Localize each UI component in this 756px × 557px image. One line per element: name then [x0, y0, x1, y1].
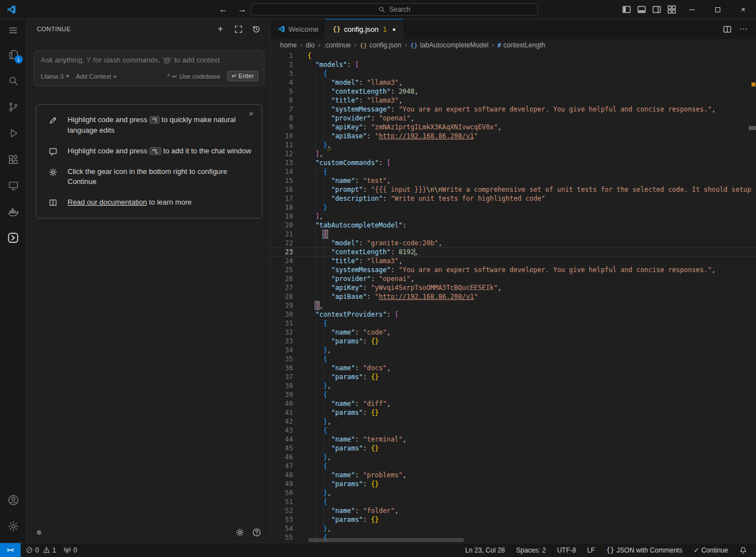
breadcrumb-item[interactable]: {}config.json — [360, 41, 402, 49]
code-line[interactable]: 41 "params": {} — [271, 408, 756, 417]
ports-status[interactable]: 0 — [60, 543, 81, 557]
code-line[interactable]: 14 { — [271, 167, 756, 176]
code-line[interactable]: 44 "name": "terminal", — [271, 435, 756, 444]
menu-icon[interactable] — [0, 19, 27, 41]
code-line[interactable]: 5 "contextLength": 2048, — [271, 87, 756, 96]
model-selector[interactable]: Llama 3 — [41, 73, 69, 80]
enter-button[interactable]: ↵ Enter — [227, 71, 258, 81]
code-line[interactable]: 1{ — [271, 51, 756, 60]
cursor-position[interactable]: Ln 23, Col 28 — [462, 543, 508, 557]
code-line[interactable]: 24 "title": "llama3", — [271, 256, 756, 265]
code-line[interactable]: 20 "tabAutocompleteModel": — [271, 221, 756, 230]
add-context-button[interactable]: Add Context + — [76, 73, 117, 80]
code-line[interactable]: 39 { — [271, 390, 756, 399]
code-line[interactable]: 15 "name": "test", — [271, 176, 756, 185]
sidebar-item-search[interactable] — [0, 67, 27, 94]
more-actions-icon[interactable]: ⋯ — [739, 24, 748, 34]
settings-gear-icon[interactable] — [0, 513, 27, 539]
remote-indicator[interactable]: >< — [0, 543, 21, 557]
code-line[interactable]: 12 ], — [271, 149, 756, 158]
code-line[interactable]: 10 "apiBase": "http://192.168.86.208/v1" — [271, 132, 756, 141]
breadcrumb-item[interactable]: dio — [306, 41, 315, 49]
code-line[interactable]: 22 "model": "granite-code:20b", — [271, 239, 756, 248]
code-line[interactable]: 21 { — [271, 230, 756, 239]
code-line[interactable]: 26 "provider": "openai", — [271, 274, 756, 283]
tab-config-json[interactable]: {} config.json 1 ● — [326, 19, 403, 39]
horizontal-scrollbar[interactable] — [309, 538, 464, 542]
code-line[interactable]: 47 { — [271, 462, 756, 471]
documentation-link[interactable]: Read our documentation — [68, 198, 147, 206]
code-line[interactable]: 33 "params": {} — [271, 337, 756, 346]
minimize-button[interactable] — [679, 0, 705, 19]
customize-layout-icon[interactable] — [664, 0, 679, 19]
breadcrumb-item[interactable]: {}tabAutocompleteModel — [410, 41, 488, 49]
toggle-panel-icon[interactable] — [634, 0, 649, 19]
code-line[interactable]: 46 }, — [271, 453, 756, 462]
notifications-bell-icon[interactable] — [736, 543, 750, 557]
code-line[interactable]: 28 "apiBase": "http://192.168.86.208/v1" — [271, 292, 756, 301]
code-line[interactable]: 34 }, — [271, 346, 756, 355]
indentation[interactable]: Spaces: 2 — [513, 543, 549, 557]
code-line[interactable]: 23 "contextLength": 8192, — [271, 248, 756, 256]
eol-sequence[interactable]: LF — [584, 543, 598, 557]
continue-status[interactable]: ✓ Continue — [690, 543, 731, 557]
code-line[interactable]: 8 "provider": "openai", — [271, 114, 756, 123]
breadcrumb-item[interactable]: home — [280, 41, 297, 49]
breadcrumb-item[interactable]: .continue — [324, 41, 351, 49]
sidebar-item-source-control[interactable] — [0, 94, 27, 120]
forward-button[interactable]: → — [235, 4, 249, 14]
help-icon[interactable] — [252, 528, 261, 537]
toggle-sidebar-icon[interactable] — [619, 0, 634, 19]
code-line[interactable]: 48 "name": "problems", — [271, 471, 756, 479]
code-line[interactable]: 45 "params": {} — [271, 444, 756, 453]
sidebar-item-continue[interactable] — [0, 225, 27, 251]
command-center-search[interactable]: Search — [251, 3, 538, 16]
code-line[interactable]: 56 "name": "codebase", — [271, 542, 756, 543]
code-line[interactable]: 37 "params": {} — [271, 372, 756, 381]
toggle-secondary-sidebar-icon[interactable] — [649, 0, 664, 19]
code-line[interactable]: 27 "apiKey": "yWvqi4SxrpTsoOMMA3TcBQucEE… — [271, 283, 756, 292]
code-line[interactable]: 35 { — [271, 355, 756, 364]
history-icon[interactable] — [250, 23, 262, 35]
code-line[interactable]: 36 "name": "docs", — [271, 364, 756, 372]
sidebar-item-run-debug[interactable] — [0, 120, 27, 146]
code-line[interactable]: 49 "params": {} — [271, 479, 756, 488]
split-editor-icon[interactable] — [723, 25, 731, 33]
sidebar-item-docker[interactable] — [0, 198, 27, 225]
code-line[interactable]: 4 "model": "llama3", — [271, 78, 756, 87]
code-line[interactable]: 53 "params": {} — [271, 515, 756, 524]
accounts-icon[interactable] — [0, 487, 27, 513]
code-line[interactable]: 13 "customCommands": [ — [271, 158, 756, 167]
code-line[interactable]: 29 ], — [271, 301, 756, 310]
maximize-button[interactable] — [705, 0, 730, 19]
code-line[interactable]: 7 "systemMessage": "You are an expert so… — [271, 105, 756, 114]
code-line[interactable]: 52 "name": "folder", — [271, 506, 756, 515]
code-line[interactable]: 43 { — [271, 426, 756, 435]
sidebar-item-explorer[interactable]: 1 — [0, 41, 27, 67]
sidebar-item-remote-explorer[interactable] — [0, 172, 27, 198]
code-line[interactable]: 40 "name": "diff", — [271, 399, 756, 408]
sidebar-item-extensions[interactable] — [0, 146, 27, 172]
close-icon[interactable]: × — [246, 109, 256, 119]
tab-welcome[interactable]: Welcome — [271, 19, 326, 39]
encoding[interactable]: UTF-8 — [553, 543, 579, 557]
code-line[interactable]: 19 ], — [271, 212, 756, 221]
chat-input-box[interactable]: Ask anything, '/' for slash commands, '@… — [33, 50, 264, 86]
code-line[interactable]: 6 "title": "llama3", — [271, 96, 756, 105]
code-line[interactable]: 31 { — [271, 319, 756, 328]
code-line[interactable]: 50 }, — [271, 488, 756, 497]
code-line[interactable]: 54 }, — [271, 524, 756, 533]
code-line[interactable]: 16 "prompt": "{{{ input }}}\n\nWrite a c… — [271, 185, 756, 194]
code-line[interactable]: 51 { — [271, 497, 756, 506]
code-line[interactable]: 42 }, — [271, 417, 756, 426]
back-button[interactable]: ← — [216, 4, 230, 14]
language-mode[interactable]: {} JSON with Comments — [603, 543, 685, 557]
breadcrumb-item[interactable]: #contextLength — [497, 41, 545, 49]
fullscreen-icon[interactable] — [232, 23, 244, 35]
code-line[interactable]: 25 "systemMessage": "You are an expert s… — [271, 265, 756, 274]
code-line[interactable]: 3 { — [271, 69, 756, 78]
modified-dot-icon[interactable]: ● — [392, 26, 396, 32]
code-line[interactable]: 30 "contextProviders": [ — [271, 310, 756, 319]
code-line[interactable]: 9 "apiKey": "zmNAz1prtgILmkX3KAqXNIvwcqE… — [271, 123, 756, 132]
code-line[interactable]: 32 "name": "code", — [271, 328, 756, 337]
